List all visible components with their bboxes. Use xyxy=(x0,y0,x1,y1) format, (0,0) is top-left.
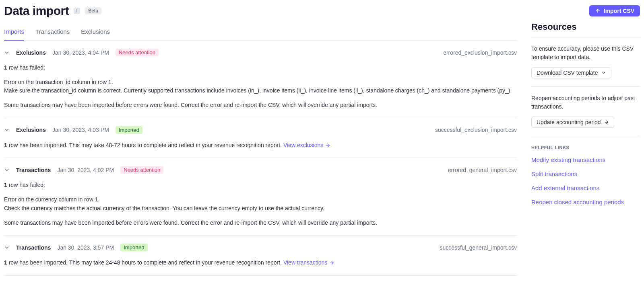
upload-icon xyxy=(595,8,601,14)
resources-sidebar: Resources To ensure accuracy, please use… xyxy=(531,18,640,276)
import-filename: errored_exclusion_import.csv xyxy=(443,49,517,56)
tab-exclusions[interactable]: Exclusions xyxy=(81,24,110,41)
import-date: Jan 30, 2023, 4:02 PM xyxy=(57,167,114,173)
import-filename: errored_general_import.csv xyxy=(448,167,517,173)
import-type-label: Exclusions xyxy=(16,49,46,56)
import-csv-label: Import CSV xyxy=(604,8,634,14)
view-link[interactable]: View transactions xyxy=(283,258,334,267)
update-accounting-period-button[interactable]: Update accounting period xyxy=(531,117,614,128)
status-badge: Imported xyxy=(116,126,142,134)
import-date: Jan 30, 2023, 4:03 PM xyxy=(52,127,109,133)
import-summary: 1 row has failed: xyxy=(4,181,517,190)
view-link-label: View transactions xyxy=(283,258,327,267)
status-badge: Needs attention xyxy=(120,166,163,174)
helpful-link[interactable]: Modify existing transactions xyxy=(531,156,640,163)
import-filename: successful_general_import.csv xyxy=(440,244,517,251)
import-row: ExclusionsJan 30, 2023, 4:03 PMImporteds… xyxy=(4,118,517,158)
arrow-right-icon xyxy=(329,260,334,266)
view-link-label: View exclusions xyxy=(283,141,323,150)
helpful-link[interactable]: Reopen closed accounting periods xyxy=(531,199,640,205)
import-body: 1 row has failed:Error on the transactio… xyxy=(4,64,517,110)
import-footer-note: Some transactions may have been imported… xyxy=(4,101,517,110)
tabs: ImportsTransactionsExclusions xyxy=(4,24,517,41)
tab-transactions[interactable]: Transactions xyxy=(35,24,70,41)
download-csv-template-button[interactable]: Download CSV template xyxy=(531,67,611,78)
import-row-header[interactable]: TransactionsJan 30, 2023, 4:02 PMNeeds a… xyxy=(4,166,517,174)
chevron-down-icon xyxy=(601,70,606,75)
update-period-label: Update accounting period xyxy=(537,119,601,125)
import-row-header[interactable]: ExclusionsJan 30, 2023, 4:04 PMNeeds att… xyxy=(4,49,517,56)
import-type-label: Transactions xyxy=(16,244,51,251)
import-summary: 1 row has failed: xyxy=(4,64,517,72)
import-body: 1 row has been imported. This may take 2… xyxy=(4,258,517,267)
beta-badge: Beta xyxy=(85,7,101,14)
helpful-links-heading: HELPFUL LINKS xyxy=(531,145,640,150)
resources-intro: To ensure accuracy, please use this CSV … xyxy=(531,45,640,62)
import-row: ExclusionsJan 30, 2023, 4:04 PMNeeds att… xyxy=(4,41,517,118)
import-row-header[interactable]: TransactionsJan 30, 2023, 3:57 PMImporte… xyxy=(4,244,517,251)
view-link[interactable]: View exclusions xyxy=(283,141,330,150)
import-filename: successful_exclusion_import.csv xyxy=(435,127,517,133)
resources-title: Resources xyxy=(531,22,640,32)
import-summary: 1 row has been imported. This may take 2… xyxy=(4,258,517,267)
import-row: TransactionsJan 30, 2023, 3:57 PMImporte… xyxy=(4,236,517,276)
status-badge: Needs attention xyxy=(116,49,159,56)
import-type-label: Exclusions xyxy=(16,127,46,133)
import-row: TransactionsJan 30, 2023, 4:02 PMNeeds a… xyxy=(4,158,517,236)
import-summary: 1 row has been imported. This may take 4… xyxy=(4,141,517,150)
info-icon[interactable]: i xyxy=(74,8,80,14)
import-csv-button[interactable]: Import CSV xyxy=(589,5,640,16)
page-title: Data import xyxy=(4,4,69,18)
import-type-label: Transactions xyxy=(16,167,51,173)
arrow-right-icon xyxy=(325,143,330,148)
chevron-down-icon xyxy=(4,245,10,250)
import-body: 1 row has been imported. This may take 4… xyxy=(4,141,517,150)
download-csv-label: Download CSV template xyxy=(537,70,598,76)
helpful-link[interactable]: Split transactions xyxy=(531,170,640,177)
chevron-down-icon xyxy=(4,167,10,173)
import-error-detail: Error on the transaction_id column in ro… xyxy=(4,78,517,95)
import-footer-note: Some transactions may have been imported… xyxy=(4,219,517,228)
status-badge: Imported xyxy=(120,244,147,251)
arrow-right-icon xyxy=(604,120,609,125)
import-date: Jan 30, 2023, 4:04 PM xyxy=(52,49,109,56)
chevron-down-icon xyxy=(4,127,10,133)
import-error-detail: Error on the currency column in row 1.Ch… xyxy=(4,195,517,213)
chevron-down-icon xyxy=(4,50,10,55)
reopen-periods-text: Reopen accounting periods to adjust past… xyxy=(531,94,640,111)
import-date: Jan 30, 2023, 3:57 PM xyxy=(57,244,114,251)
imports-list: ExclusionsJan 30, 2023, 4:04 PMNeeds att… xyxy=(4,41,517,276)
import-row-header[interactable]: ExclusionsJan 30, 2023, 4:03 PMImporteds… xyxy=(4,126,517,134)
tab-imports[interactable]: Imports xyxy=(4,24,24,41)
import-body: 1 row has failed:Error on the currency c… xyxy=(4,181,517,227)
helpful-link[interactable]: Add external transactions xyxy=(531,185,640,191)
